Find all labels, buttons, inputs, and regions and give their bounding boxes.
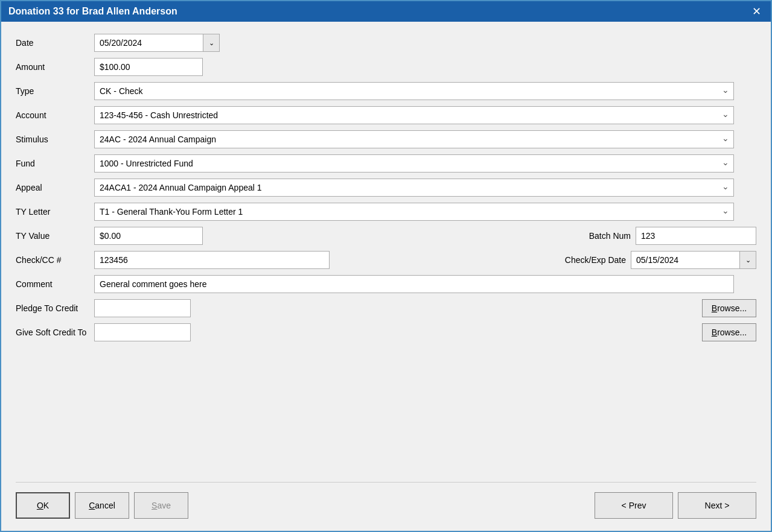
pledge-row: Pledge To Credit Browse... xyxy=(16,299,756,317)
save-button[interactable]: Save xyxy=(134,492,188,519)
account-label: Account xyxy=(16,110,94,120)
ty-letter-select-wrapper: T1 - General Thank-You Form Letter 1 xyxy=(94,203,734,221)
date-input[interactable] xyxy=(94,34,203,52)
ty-value-batch-row: TY Value Batch Num xyxy=(16,227,756,245)
fund-select[interactable]: 1000 - Unrestricted Fund xyxy=(94,154,734,173)
ty-letter-select[interactable]: T1 - General Thank-You Form Letter 1 xyxy=(94,203,734,221)
batch-num-input[interactable] xyxy=(636,227,756,245)
ty-value-input[interactable] xyxy=(94,227,203,245)
type-select[interactable]: CK - Check CC - Credit Card CA - Cash xyxy=(94,82,734,100)
type-row: Type CK - Check CC - Credit Card CA - Ca… xyxy=(16,82,756,100)
stimulus-row: Stimulus 24AC - 2024 Annual Campaign xyxy=(16,130,756,148)
batch-num-right: Batch Num xyxy=(589,227,756,245)
form-content: Date ⌄ Amount Type CK - Check CC - Credi… xyxy=(1,22,771,531)
soft-credit-label: Give Soft Credit To xyxy=(16,328,94,337)
appeal-label: Appeal xyxy=(16,183,94,192)
account-select-wrapper: 123-45-456 - Cash Unrestricted xyxy=(94,106,734,124)
date-dropdown-button[interactable]: ⌄ xyxy=(203,34,220,52)
next-button[interactable]: Next > xyxy=(678,492,756,519)
check-cc-left: Check/CC # xyxy=(16,251,565,269)
ty-letter-label: TY Letter xyxy=(16,207,94,217)
check-cc-input[interactable] xyxy=(94,251,330,269)
appeal-select-wrapper: 24ACA1 - 2024 Annual Campaign Appeal 1 xyxy=(94,179,734,197)
check-exp-date-dropdown-button[interactable]: ⌄ xyxy=(739,251,756,269)
check-exp-date-input[interactable] xyxy=(631,251,739,269)
stimulus-select[interactable]: 24AC - 2024 Annual Campaign xyxy=(94,130,734,148)
main-window: Donation 33 for Brad Allen Anderson ✕ Da… xyxy=(0,0,772,532)
soft-credit-row: Give Soft Credit To Browse... xyxy=(16,323,756,341)
ty-letter-row: TY Letter T1 - General Thank-You Form Le… xyxy=(16,203,756,221)
stimulus-select-wrapper: 24AC - 2024 Annual Campaign xyxy=(94,130,734,148)
window-title: Donation 33 for Brad Allen Anderson xyxy=(8,6,177,17)
amount-input[interactable] xyxy=(94,58,203,76)
date-label: Date xyxy=(16,38,94,48)
soft-credit-browse-button[interactable]: Browse... xyxy=(702,323,756,341)
footer-buttons: OK Cancel Save < Prev Next > xyxy=(16,482,756,519)
cancel-button[interactable]: Cancel xyxy=(75,492,129,519)
pledge-browse-button[interactable]: Browse... xyxy=(702,299,756,317)
appeal-row: Appeal 24ACA1 - 2024 Annual Campaign App… xyxy=(16,179,756,197)
comment-row: Comment xyxy=(16,275,756,293)
comment-label: Comment xyxy=(16,279,94,289)
fund-select-wrapper: 1000 - Unrestricted Fund xyxy=(94,154,734,173)
fund-row: Fund 1000 - Unrestricted Fund xyxy=(16,154,756,173)
ok-button[interactable]: OK xyxy=(16,492,70,519)
pledge-input[interactable] xyxy=(94,299,191,317)
ty-value-label: TY Value xyxy=(16,231,94,241)
close-button[interactable]: ✕ xyxy=(750,6,764,17)
comment-input[interactable] xyxy=(94,275,734,293)
check-exp-right: Check/Exp Date ⌄ xyxy=(565,251,756,269)
title-bar: Donation 33 for Brad Allen Anderson ✕ xyxy=(1,1,771,22)
ty-value-left: TY Value xyxy=(16,227,589,245)
amount-label: Amount xyxy=(16,62,94,72)
type-select-wrapper: CK - Check CC - Credit Card CA - Cash xyxy=(94,82,734,100)
fund-label: Fund xyxy=(16,159,94,168)
pledge-label: Pledge To Credit xyxy=(16,303,94,313)
stimulus-label: Stimulus xyxy=(16,135,94,144)
date-input-wrapper: ⌄ xyxy=(94,34,220,52)
footer-left-buttons: OK Cancel Save xyxy=(16,492,188,519)
appeal-select[interactable]: 24ACA1 - 2024 Annual Campaign Appeal 1 xyxy=(94,179,734,197)
account-row: Account 123-45-456 - Cash Unrestricted xyxy=(16,106,756,124)
check-exp-date-label: Check/Exp Date xyxy=(565,255,626,265)
type-label: Type xyxy=(16,86,94,96)
soft-credit-input[interactable] xyxy=(94,323,191,341)
batch-num-label: Batch Num xyxy=(589,231,631,241)
amount-row: Amount xyxy=(16,58,756,76)
prev-button[interactable]: < Prev xyxy=(595,492,673,519)
check-exp-date-wrapper: ⌄ xyxy=(631,251,756,269)
account-select[interactable]: 123-45-456 - Cash Unrestricted xyxy=(94,106,734,124)
check-date-row: Check/CC # Check/Exp Date ⌄ xyxy=(16,251,756,269)
footer-right-buttons: < Prev Next > xyxy=(595,492,756,519)
check-cc-label: Check/CC # xyxy=(16,255,94,265)
date-row: Date ⌄ xyxy=(16,34,756,52)
